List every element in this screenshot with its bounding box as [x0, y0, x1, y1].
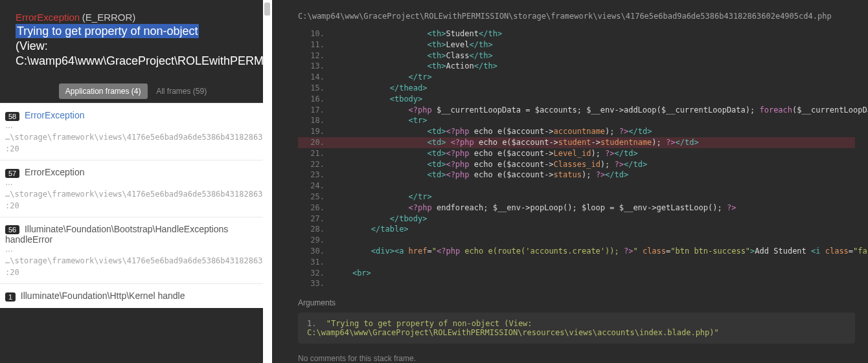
line-number: 21.	[298, 148, 334, 159]
line-number: 14.	[298, 72, 334, 83]
code-line: 21. <td><?php echo e($account->Level_id)…	[298, 148, 855, 159]
stack-frame[interactable]: 58 ErrorException … …\storage\framework\…	[0, 103, 272, 160]
code-content: <tr>	[334, 115, 855, 126]
line-number: 28.	[298, 224, 334, 235]
stack-frame[interactable]: 1 Illuminate\Foundation\Http\Kernel hand…	[0, 283, 272, 308]
frame-title: Illuminate\Foundation\Bootstrap\HandleEx…	[5, 224, 228, 245]
code-content	[334, 235, 855, 246]
line-number: 18.	[298, 115, 334, 126]
error-header: ErrorException (E_ERROR) Trying to get p…	[0, 0, 272, 80]
code-line: 27. </tbody>	[298, 214, 855, 225]
scrollbar[interactable]	[263, 0, 272, 363]
error-code: (E_ERROR)	[82, 12, 136, 23]
line-number: 10.	[298, 28, 334, 39]
code-content: <td> <?php echo e($account->student->stu…	[334, 137, 855, 148]
frame-line: :20	[5, 144, 267, 153]
line-number: 27.	[298, 214, 334, 225]
error-type: ErrorException	[16, 12, 80, 23]
line-number: 33.	[298, 278, 334, 289]
line-number: 23.	[298, 170, 334, 181]
frame-title: ErrorException	[25, 167, 85, 177]
code-content: <br>	[334, 268, 855, 279]
source-file-path: C:\wamp64\www\GraceProject\ROLEwithPERMI…	[298, 12, 855, 21]
code-content	[334, 278, 855, 289]
code-content: </tr>	[334, 72, 855, 83]
arguments-label: Arguments	[298, 298, 855, 307]
tab-all-frames[interactable]: All frames (59)	[150, 83, 213, 99]
code-content	[334, 181, 855, 192]
frame-ellipsis: …	[5, 121, 267, 130]
frame-line: :20	[5, 268, 267, 277]
code-line: 19. <td><?php echo e($account->accountna…	[298, 126, 855, 137]
code-line: 18. <tr>	[298, 115, 855, 126]
code-line: 22. <td><?php echo e($account->Classes_i…	[298, 159, 855, 170]
code-line: 10. <th>Student</th>	[298, 28, 855, 39]
code-content: <?php endforeach; $__env->popLoop(); $lo…	[334, 203, 855, 214]
argument-text: "Trying to get property of non-object (V…	[307, 319, 719, 337]
code-content: </tr>	[334, 192, 855, 203]
code-content	[334, 257, 855, 268]
right-panel: C:\wamp64\www\GraceProject\ROLEwithPERMI…	[272, 0, 868, 363]
code-content: </tbody>	[334, 214, 855, 225]
frame-title: Illuminate\Foundation\Http\Kernel handle	[21, 291, 185, 301]
frame-title: ErrorException	[25, 110, 85, 120]
code-line: 13. <th>Action</th>	[298, 61, 855, 72]
frame-number-badge: 56	[5, 225, 19, 234]
frame-path: …\storage\framework\views\4176e5e6bad9a6…	[5, 256, 267, 265]
frame-path: …\storage\framework\views\4176e5e6bad9a6…	[5, 133, 267, 142]
code-line: 15. </thead>	[298, 83, 855, 94]
code-content: <td><?php echo e($account->Classes_id); …	[334, 159, 855, 170]
line-number: 32.	[298, 268, 334, 279]
left-panel: ErrorException (E_ERROR) Trying to get p…	[0, 0, 272, 363]
code-line: 26. <?php endforeach; $__env->popLoop();…	[298, 203, 855, 214]
frame-number-badge: 58	[5, 112, 19, 121]
code-content: <td><?php echo e($account->status); ?></…	[334, 170, 855, 181]
code-content: <td><?php echo e($account->Level_id); ?>…	[334, 148, 855, 159]
frame-tabs: Application frames (4) All frames (59)	[0, 80, 272, 103]
code-block: 10. <th>Student</th>11. <th>Level</th>12…	[298, 28, 855, 289]
code-line: 16. <tbody>	[298, 94, 855, 105]
scrollbar-thumb[interactable]	[264, 3, 270, 16]
line-number: 11.	[298, 39, 334, 50]
code-line: 29.	[298, 235, 855, 246]
line-number: 29.	[298, 235, 334, 246]
code-line: 11. <th>Level</th>	[298, 39, 855, 50]
no-comments-text: No comments for this stack frame.	[298, 354, 855, 363]
stack-frame[interactable]: 56 Illuminate\Foundation\Bootstrap\Handl…	[0, 217, 272, 284]
code-line: 32. <br>	[298, 268, 855, 279]
tab-application-frames[interactable]: Application frames (4)	[59, 83, 148, 99]
code-content: <tbody>	[334, 94, 855, 105]
line-number: 13.	[298, 61, 334, 72]
argument-box: 1. "Trying to get property of non-object…	[298, 313, 855, 344]
line-number: 25.	[298, 192, 334, 203]
code-content: <th>Student</th>	[334, 28, 855, 39]
frame-ellipsis: …	[5, 245, 267, 254]
error-message: Trying to get property of non-object	[16, 24, 199, 38]
frame-ellipsis: …	[5, 178, 267, 187]
line-number: 30.	[298, 246, 334, 257]
code-content: </table>	[334, 224, 855, 235]
frame-number-badge: 1	[5, 292, 16, 302]
code-line: 24.	[298, 181, 855, 192]
code-content: <th>Level</th>	[334, 39, 855, 50]
code-content: <th>Action</th>	[334, 61, 855, 72]
frame-list: 58 ErrorException … …\storage\framework\…	[0, 103, 272, 307]
code-content: <th>Class</th>	[334, 50, 855, 61]
line-number: 26.	[298, 203, 334, 214]
stack-frame[interactable]: 57 ErrorException … …\storage\framework\…	[0, 160, 272, 217]
frame-line: :20	[5, 201, 267, 210]
code-line: 25. </tr>	[298, 192, 855, 203]
code-content: </thead>	[334, 83, 855, 94]
code-line: 30. <div><a href="<?php echo e(route('ac…	[298, 246, 855, 257]
line-number: 15.	[298, 83, 334, 94]
code-line: 33.	[298, 278, 855, 289]
code-content: <?php $__currentLoopData = $accounts; $_…	[334, 105, 868, 116]
code-line: 12. <th>Class</th>	[298, 50, 855, 61]
code-line: 28. </table>	[298, 224, 855, 235]
line-number: 31.	[298, 257, 334, 268]
argument-number: 1.	[307, 319, 316, 328]
code-line: 31.	[298, 257, 855, 268]
code-line: 20. <td> <?php echo e($account->student-…	[298, 137, 855, 148]
line-number: 19.	[298, 126, 334, 137]
line-number: 24.	[298, 181, 334, 192]
